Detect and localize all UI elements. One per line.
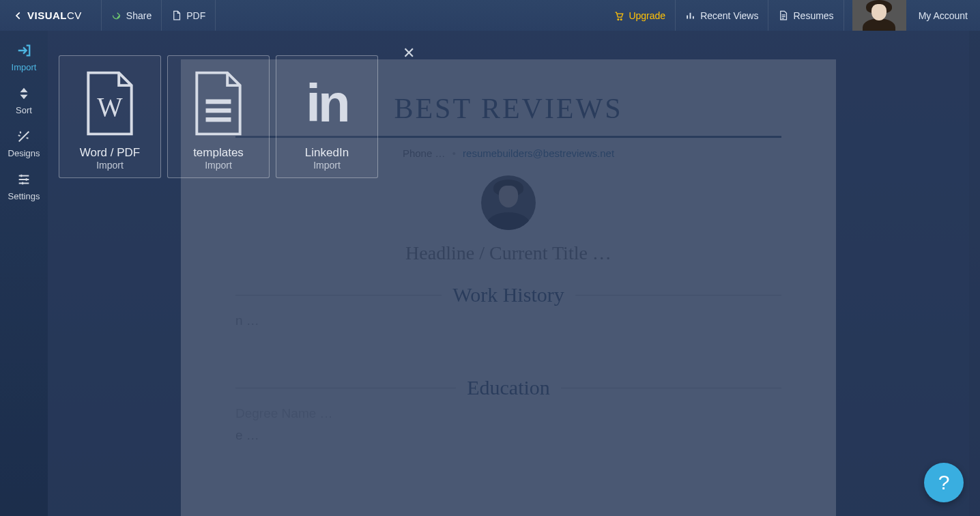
upgrade-button[interactable]: Upgrade [612,10,667,21]
resumes-button[interactable]: Resumes [777,10,835,21]
word-file-icon: W [83,71,137,136]
topbar: VISUALCV Share PDF Upgrade Recent Views … [0,0,980,31]
recent-views-label: Recent Views [700,10,758,21]
divider [161,0,162,31]
sliders-icon [16,172,31,187]
sidebar-item-sort[interactable]: Sort [16,86,32,115]
share-icon [111,10,121,20]
sidebar-item-label: Sort [16,105,32,115]
divider [675,0,676,31]
card-title: LinkedIn [305,146,349,160]
divider [215,0,216,31]
close-button[interactable]: ✕ [403,44,415,62]
pdf-label: PDF [186,10,205,21]
magic-wand-icon [16,129,31,144]
my-account-link[interactable]: My Account [906,10,980,21]
help-button[interactable]: ? [924,463,964,502]
card-subtitle: Import [205,160,232,171]
chevron-left-icon [14,11,23,20]
avatar[interactable] [852,0,906,31]
import-panel: ✕ W Word / PDF Import templates Import [48,31,423,516]
divider [101,0,102,31]
bar-chart-icon [685,10,695,20]
sidebar-item-label: Import [12,62,37,72]
svg-text:W: W [97,91,123,121]
import-card-linkedin[interactable]: in LinkedIn Import [276,55,378,178]
document-icon [778,10,788,20]
sidebar-item-settings[interactable]: Settings [8,172,40,201]
sidebar-item-label: Settings [8,191,40,201]
cart-icon [614,10,624,20]
sidebar-item-import[interactable]: Import [12,43,37,72]
share-button[interactable]: Share [110,10,153,21]
linkedin-icon: in [306,82,347,124]
card-subtitle: Import [313,160,341,171]
divider [768,0,768,31]
help-icon: ? [938,471,950,494]
card-title: Word / PDF [80,146,140,160]
file-icon [171,10,182,20]
close-icon: ✕ [403,44,415,61]
pdf-button[interactable]: PDF [170,10,207,21]
share-label: Share [126,10,152,21]
sidebar: Import Sort Designs Settings [0,31,48,516]
sidebar-item-label: Designs [8,148,40,158]
templates-file-icon [191,71,246,136]
import-icon [16,43,31,58]
card-title: templates [193,146,244,160]
import-card-templates[interactable]: templates Import [167,55,270,178]
sidebar-item-designs[interactable]: Designs [8,129,40,158]
recent-views-button[interactable]: Recent Views [684,10,760,21]
logo-text: VISUALCV [27,10,82,21]
divider [844,0,844,31]
logo[interactable]: VISUALCV [14,10,82,21]
upgrade-label: Upgrade [629,10,665,21]
card-subtitle: Import [96,160,124,171]
import-card-word-pdf[interactable]: W Word / PDF Import [59,55,161,178]
sort-icon [16,86,31,101]
resumes-label: Resumes [793,10,833,21]
